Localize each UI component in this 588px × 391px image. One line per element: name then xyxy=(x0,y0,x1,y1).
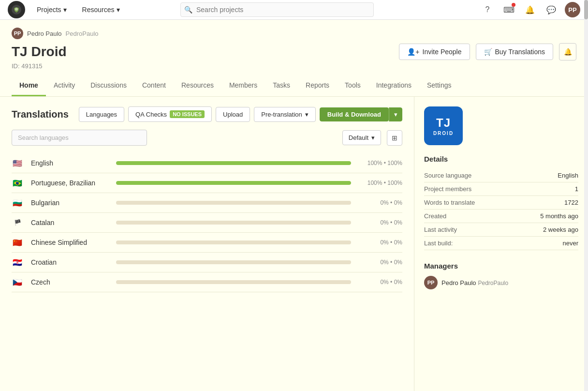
source-language-label: Source language xyxy=(424,172,471,179)
manager-name: Pedro Paulo xyxy=(441,279,476,286)
bulgarian-progress-text: 0% • 0% xyxy=(359,199,402,206)
tab-activity[interactable]: Activity xyxy=(46,75,83,96)
manager-info: Pedro Paulo PedroPaulo xyxy=(441,279,508,286)
main-content: Translations Languages QA Checks NO ISSU… xyxy=(0,97,588,391)
manager-row: PP Pedro Paulo PedroPaulo xyxy=(424,276,578,289)
language-row-english: 🇺🇸 English 100% • 100% xyxy=(12,153,402,173)
logo-droid: DROID xyxy=(433,131,454,136)
view-toggle-button[interactable]: ⊞ xyxy=(387,130,402,146)
logo-tj: TJ xyxy=(436,116,451,130)
scrollbar-thumb[interactable] xyxy=(584,0,588,19)
language-list: 🇺🇸 English 100% • 100% 🇧🇷 Portuguese, Br… xyxy=(12,153,402,292)
build-download-group: Build & Download ▾ xyxy=(320,107,402,121)
app-logo[interactable] xyxy=(8,1,25,18)
croatian-name: Croatian xyxy=(31,258,108,266)
source-language-value: English xyxy=(558,172,578,179)
scrollbar[interactable] xyxy=(584,0,588,391)
tab-settings[interactable]: Settings xyxy=(419,75,459,96)
global-search: 🔍 xyxy=(180,2,374,17)
projects-menu[interactable]: Projects ▾ xyxy=(33,4,71,15)
detail-source-language: Source language English xyxy=(424,169,578,182)
last-build-value: never xyxy=(562,240,578,247)
search-icon: 🔍 xyxy=(184,6,192,14)
top-navigation: Projects ▾ Resources ▾ 🔍 ? ⌨ 🔔 💬 PP xyxy=(0,0,588,20)
build-download-dropdown[interactable]: ▾ xyxy=(389,107,402,121)
resources-menu[interactable]: Resources ▾ xyxy=(78,4,124,15)
project-header: PP Pedro Paulo PedroPaulo TJ Droid 👤+ In… xyxy=(0,20,588,97)
detail-project-members: Project members 1 xyxy=(424,182,578,196)
svg-point-1 xyxy=(15,8,18,11)
upload-button[interactable]: Upload xyxy=(216,107,250,122)
manager-handle: PedroPaulo xyxy=(478,280,508,286)
header-bell-icon[interactable]: 🔔 xyxy=(559,43,576,60)
project-title: TJ Droid xyxy=(12,44,67,60)
tab-tools[interactable]: Tools xyxy=(337,75,368,96)
resources-chevron-icon: ▾ xyxy=(117,6,120,14)
invite-label: Invite People xyxy=(423,48,462,56)
sort-label: Default xyxy=(349,134,368,141)
portuguese-progress-text: 100% • 100% xyxy=(359,180,402,186)
user-avatar-small: PP xyxy=(12,28,23,39)
chinese-simplified-progress-text: 0% • 0% xyxy=(359,239,402,246)
translations-controls: Languages QA Checks NO ISSUES Upload Pre… xyxy=(79,106,402,122)
pretranslation-chevron-icon: ▾ xyxy=(305,111,309,118)
details-section: Details Source language English Project … xyxy=(424,155,578,250)
tab-members[interactable]: Members xyxy=(221,75,265,96)
details-title: Details xyxy=(424,155,578,163)
upload-label: Upload xyxy=(223,111,243,118)
words-value: 1722 xyxy=(564,199,578,206)
language-controls: Default ▾ ⊞ xyxy=(12,130,402,146)
buy-translations-button[interactable]: 🛒 Buy Translations xyxy=(476,44,554,60)
language-row-croatian: 🇭🇷 Croatian 0% • 0% xyxy=(12,253,402,272)
created-value: 5 months ago xyxy=(540,212,578,220)
tab-content[interactable]: Content xyxy=(134,75,174,96)
pretranslation-button[interactable]: Pre-translation ▾ xyxy=(254,107,316,122)
detail-words: Words to translate 1722 xyxy=(424,196,578,210)
bell-icon[interactable]: 🔔 xyxy=(522,2,538,17)
tab-tasks[interactable]: Tasks xyxy=(265,75,298,96)
build-download-button[interactable]: Build & Download xyxy=(320,107,389,121)
sort-dropdown[interactable]: Default ▾ xyxy=(342,130,381,145)
invite-people-button[interactable]: 👤+ Invite People xyxy=(399,44,470,60)
english-name: English xyxy=(31,159,108,167)
languages-button[interactable]: Languages xyxy=(79,107,124,122)
english-progress-text: 100% • 100% xyxy=(359,160,402,166)
project-actions: 👤+ Invite People 🛒 Buy Translations 🔔 xyxy=(399,43,576,60)
tab-resources[interactable]: Resources xyxy=(174,75,221,96)
tab-discussions[interactable]: Discussions xyxy=(83,75,134,96)
chinese-simplified-progress-bar xyxy=(116,241,351,244)
qa-checks-button[interactable]: QA Checks NO ISSUES xyxy=(128,106,212,122)
words-label: Words to translate xyxy=(424,199,475,206)
translations-header: Translations Languages QA Checks NO ISSU… xyxy=(12,106,402,122)
chinese-simplified-name: Chinese Simplified xyxy=(31,239,108,246)
search-languages-input[interactable] xyxy=(12,130,147,146)
help-icon[interactable]: ? xyxy=(480,2,495,17)
portuguese-progress-bar xyxy=(116,181,351,185)
search-input[interactable] xyxy=(180,2,374,17)
project-members-value: 1 xyxy=(575,185,578,193)
project-tabs: Home Activity Discussions Content Resour… xyxy=(12,75,576,96)
language-row-catalan: 🏴 Catalan 0% • 0% xyxy=(12,213,402,233)
tab-home[interactable]: Home xyxy=(12,75,46,96)
keyboard-icon[interactable]: ⌨ xyxy=(501,2,516,17)
languages-label: Languages xyxy=(86,111,117,118)
language-row-chinese-simplified: 🇨🇳 Chinese Simplified 0% • 0% xyxy=(12,233,402,253)
language-row-bulgarian: 🇧🇬 Bulgarian 0% • 0% xyxy=(12,193,402,213)
detail-last-build: Last build: never xyxy=(424,237,578,250)
tab-reports[interactable]: Reports xyxy=(298,75,337,96)
no-issues-badge: NO ISSUES xyxy=(170,110,205,118)
translations-title: Translations xyxy=(12,109,69,120)
bulgarian-progress-bar xyxy=(116,201,351,205)
user-name: Pedro Paulo xyxy=(27,30,62,37)
croatian-progress-bar xyxy=(116,260,351,264)
project-members-label: Project members xyxy=(424,185,471,193)
english-flag-icon: 🇺🇸 xyxy=(12,159,23,167)
user-avatar[interactable]: PP xyxy=(565,2,580,17)
catalan-progress-text: 0% • 0% xyxy=(359,219,402,226)
czech-progress-bar xyxy=(116,280,351,284)
tab-integrations[interactable]: Integrations xyxy=(368,75,419,96)
chat-icon[interactable]: 💬 xyxy=(544,2,559,17)
right-panel: TJ DROID Details Source language English… xyxy=(414,97,588,391)
portuguese-name: Portuguese, Brazilian xyxy=(31,179,108,187)
grid-view-icon: ⊞ xyxy=(392,134,397,142)
